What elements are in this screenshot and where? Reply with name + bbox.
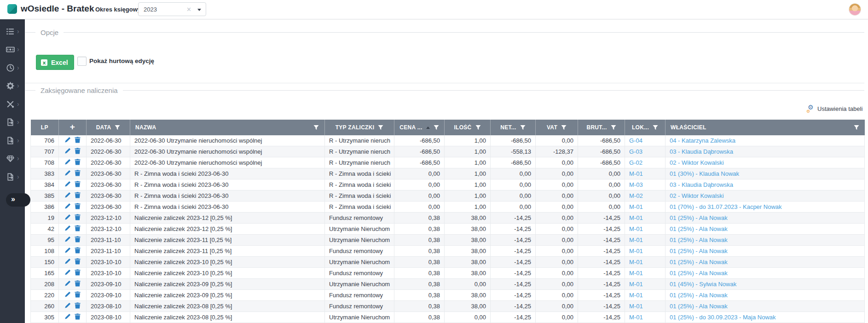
delete-button[interactable] [75, 203, 81, 209]
delete-button[interactable] [75, 236, 81, 242]
column-header-vat[interactable]: VAT [536, 120, 578, 135]
column-header-netto[interactable]: NET... [491, 120, 536, 135]
delete-button[interactable] [75, 313, 81, 320]
edit-button[interactable] [64, 225, 71, 231]
sidebar-item-export[interactable]: › [0, 172, 25, 183]
delete-button[interactable] [75, 137, 81, 143]
owner-link[interactable]: 01 (25%) - Ala Nowak [670, 292, 728, 299]
clear-icon[interactable]: ✕ [186, 6, 191, 13]
accounting-period-select[interactable]: 2023 ✕ [138, 2, 206, 16]
sidebar-item-settings[interactable]: › [0, 81, 25, 92]
column-header-actions[interactable]: + [59, 120, 87, 135]
filter-icon[interactable] [520, 125, 526, 130]
edit-button[interactable] [64, 291, 71, 298]
lokal-link[interactable]: G-04 [629, 137, 642, 144]
edit-button[interactable] [64, 214, 71, 220]
lokal-link[interactable]: M-01 [629, 281, 643, 288]
column-header-brutto[interactable]: BRUT... [578, 120, 625, 135]
filter-icon[interactable] [313, 125, 319, 130]
owner-link[interactable]: 01 (70%) - do 31.07.2023 - Kacper Nowak [670, 203, 782, 210]
excel-export-button[interactable]: x Excel [36, 55, 74, 70]
owner-link[interactable]: 01 (25%) - Ala Nowak [670, 303, 728, 310]
edit-button[interactable] [64, 181, 71, 187]
lokal-link[interactable]: M-01 [629, 236, 643, 243]
sidebar-item-finances[interactable]: › [0, 44, 25, 55]
owner-link[interactable]: 01 (25%) - Ala Nowak [670, 214, 728, 221]
lokal-link[interactable]: M-01 [629, 170, 643, 177]
edit-button[interactable] [64, 192, 71, 198]
lokal-link[interactable]: M-01 [629, 292, 643, 299]
table-settings-link[interactable]: ⚙ ⚙ Ustawienia tabeli [808, 105, 862, 112]
edit-button[interactable] [64, 170, 71, 176]
owner-link[interactable]: 01 (30%) - Klaudia Nowak [670, 170, 739, 177]
delete-button[interactable] [75, 258, 81, 265]
lokal-link[interactable]: M-03 [629, 181, 643, 188]
edit-button[interactable] [64, 137, 71, 143]
sidebar-item-lists[interactable]: › [0, 26, 25, 37]
edit-button[interactable] [64, 148, 71, 154]
sidebar-collapse-button[interactable]: » [6, 193, 30, 207]
delete-button[interactable] [75, 148, 81, 154]
delete-button[interactable] [75, 280, 81, 287]
owner-link[interactable]: 01 (25%) - Ala Nowak [670, 225, 728, 232]
lokal-link[interactable]: M-02 [629, 192, 643, 199]
sidebar-item-history[interactable]: › [0, 63, 25, 74]
delete-button[interactable] [75, 225, 81, 231]
sidebar-item-reports[interactable]: › [0, 135, 25, 146]
filter-icon[interactable] [561, 125, 567, 130]
owner-link[interactable]: 04 - Katarzyna Zalewska [670, 137, 735, 144]
owner-link[interactable]: 03 - Klaudia Dąbrowska [670, 148, 733, 155]
edit-button[interactable] [64, 258, 71, 265]
delete-button[interactable] [75, 247, 81, 254]
owner-link[interactable]: 01 (25%) - do 30.09.2023 - Maja Nowak [670, 314, 776, 321]
lokal-link[interactable]: M-01 [629, 203, 643, 210]
filter-icon[interactable] [854, 125, 859, 130]
delete-button[interactable] [75, 291, 81, 298]
owner-link[interactable]: 03 - Klaudia Dąbrowska [670, 181, 733, 188]
edit-button[interactable] [64, 269, 71, 276]
delete-button[interactable] [75, 302, 81, 309]
owner-link[interactable]: 01 (45%) - Sylwia Nowak [670, 281, 736, 288]
filter-icon[interactable] [378, 125, 383, 130]
column-header-data[interactable]: DATA [87, 120, 130, 135]
lokal-link[interactable]: M-01 [629, 259, 643, 265]
delete-button[interactable] [75, 170, 81, 176]
delete-button[interactable] [75, 214, 81, 220]
filter-icon[interactable] [611, 125, 616, 130]
sidebar-item-tools[interactable]: › [0, 99, 25, 110]
user-avatar[interactable] [849, 4, 861, 15]
edit-button[interactable] [64, 302, 71, 309]
lokal-link[interactable]: M-01 [629, 303, 643, 310]
column-header-wlasciciel[interactable]: WŁAŚCICIEL [665, 120, 865, 135]
owner-link[interactable]: 01 (25%) - Ala Nowak [670, 270, 728, 277]
owner-link[interactable]: 02 - Wiktor Kowalski [670, 159, 724, 166]
edit-button[interactable] [64, 203, 71, 209]
filter-icon[interactable] [475, 125, 481, 130]
edit-button[interactable] [64, 247, 71, 254]
column-header-typ[interactable]: TYP ZALICZKI [325, 120, 394, 135]
filter-icon[interactable] [653, 125, 658, 130]
delete-button[interactable] [75, 269, 81, 276]
lokal-link[interactable]: M-01 [629, 225, 643, 232]
lokal-link[interactable]: G-03 [629, 148, 642, 155]
column-header-lp[interactable]: LP [31, 120, 59, 135]
filter-icon[interactable] [434, 125, 439, 130]
column-header-nazwa[interactable]: NAZWA [130, 120, 325, 135]
lokal-link[interactable]: M-01 [629, 270, 643, 277]
owner-link[interactable]: 01 (25%) - Ala Nowak [670, 248, 728, 254]
bulk-edit-checkbox[interactable] [77, 57, 87, 66]
sidebar-item-premium[interactable]: › [0, 153, 25, 164]
column-header-cena[interactable]: CENA ... [394, 120, 445, 135]
delete-button[interactable] [75, 159, 81, 165]
edit-button[interactable] [64, 313, 71, 320]
owner-link[interactable]: 02 - Wiktor Kowalski [670, 192, 724, 199]
delete-button[interactable] [75, 192, 81, 198]
owner-link[interactable]: 01 (25%) - Ala Nowak [670, 236, 728, 243]
lokal-link[interactable]: G-02 [629, 159, 642, 166]
column-header-lok[interactable]: LOK... [625, 120, 665, 135]
delete-button[interactable] [75, 181, 81, 187]
edit-button[interactable] [64, 159, 71, 165]
lokal-link[interactable]: M-01 [629, 314, 643, 321]
chevron-down-icon[interactable] [197, 9, 201, 11]
owner-link[interactable]: 01 (25%) - Ala Nowak [670, 259, 728, 265]
